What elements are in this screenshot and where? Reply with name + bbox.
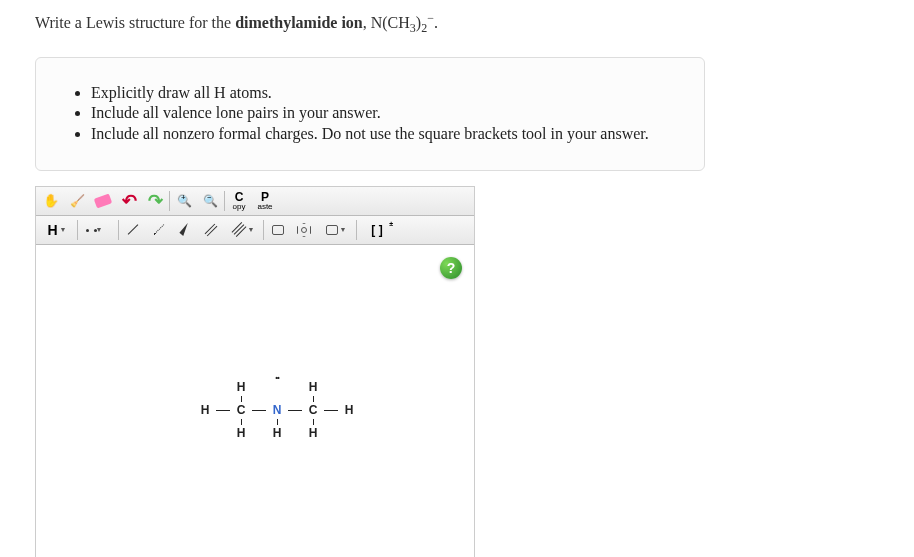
chevron-down-icon: ▼: [340, 226, 347, 234]
copy-tool[interactable]: Copy: [226, 189, 252, 213]
zoom-out-icon: [203, 193, 218, 209]
atom-h: H: [232, 427, 250, 440]
dashed-bond-tool[interactable]: [146, 218, 172, 242]
ring-icon: [272, 225, 284, 235]
undo-icon: [122, 190, 137, 212]
atom-h: H: [268, 427, 286, 440]
chevron-down-icon: ▼: [248, 226, 255, 234]
help-icon: ?: [447, 260, 456, 276]
bond-vertical: [268, 417, 286, 427]
instruction-item: Include all nonzero formal charges. Do n…: [91, 124, 674, 145]
molecule-editor: Copy Paste H▼ ▼ ▼ ▼ [ ]± ?: [35, 186, 475, 557]
redo-tool[interactable]: [142, 189, 168, 213]
benzene-icon: [297, 223, 311, 237]
single-bond-tool[interactable]: [120, 218, 146, 242]
single-bond-icon: [128, 225, 139, 236]
bond-horizontal: [214, 404, 232, 417]
q-bold: dimethylamide ion: [235, 14, 363, 31]
erase-tool[interactable]: [90, 189, 116, 213]
bond-vertical: [232, 394, 250, 404]
triple-bond-icon: [231, 222, 246, 237]
hand-icon: [43, 193, 59, 209]
atom-c: C: [304, 404, 322, 417]
undo-tool[interactable]: [116, 189, 142, 213]
lone-pair-tool[interactable]: ▼: [79, 218, 117, 242]
hex-icon: [326, 225, 338, 235]
bond-horizontal: [286, 404, 304, 417]
wedge-icon: [179, 223, 191, 236]
instruction-item: Explicitly draw all H atoms.: [91, 83, 674, 104]
hand-tool[interactable]: [38, 189, 64, 213]
triple-bond-tool[interactable]: ▼: [224, 218, 262, 242]
drawn-molecule[interactable]: •• H H: [196, 375, 358, 440]
ring-tool-benzene[interactable]: [291, 218, 317, 242]
bond-vertical: [304, 417, 322, 427]
atom-h: H: [304, 381, 322, 394]
double-bond-tool[interactable]: [198, 218, 224, 242]
atom-h: H: [340, 404, 358, 417]
paste-tool[interactable]: Paste: [252, 189, 278, 213]
clear-icon: [70, 193, 85, 209]
toolbar-row-1: Copy Paste: [36, 187, 474, 216]
bond-vertical: [232, 417, 250, 427]
ring-tool-hex[interactable]: ▼: [317, 218, 355, 242]
atom-h: H: [232, 381, 250, 394]
drawing-canvas[interactable]: ? •• H H: [36, 245, 474, 557]
q-suffix: ,: [363, 14, 371, 31]
redo-icon: [148, 190, 163, 212]
bracket-charge-tool[interactable]: [ ]±: [358, 218, 396, 242]
wedge-bond-tool[interactable]: [172, 218, 198, 242]
instruction-item: Include all valence lone pairs in your a…: [91, 103, 674, 124]
zoom-in-tool[interactable]: [171, 189, 197, 213]
atom-h: H: [196, 404, 214, 417]
q-formula: N(CH3)2−: [371, 14, 434, 31]
q-prefix: Write a Lewis structure for the: [35, 14, 235, 31]
bond-horizontal: [322, 404, 340, 417]
chevron-down-icon: ▼: [96, 226, 103, 234]
element-selector[interactable]: H▼: [38, 218, 76, 242]
double-bond-icon: [205, 224, 218, 237]
ring-tool-1[interactable]: [265, 218, 291, 242]
question-text: Write a Lewis structure for the dimethyl…: [35, 8, 879, 37]
zoom-in-icon: [177, 193, 192, 209]
chevron-down-icon: ▼: [60, 226, 67, 233]
atom-h: H: [304, 427, 322, 440]
zoom-out-tool[interactable]: [197, 189, 223, 213]
dashed-bond-icon: [154, 225, 165, 236]
instructions-panel: Explicitly draw all H atoms. Include all…: [35, 57, 705, 171]
bond-vertical: [304, 394, 322, 404]
instructions-list: Explicitly draw all H atoms. Include all…: [66, 83, 674, 145]
erase-icon: [94, 193, 112, 208]
clear-tool[interactable]: [64, 189, 90, 213]
bond-horizontal: [250, 404, 268, 417]
help-button[interactable]: ?: [440, 257, 462, 279]
atom-n: N: [268, 404, 286, 417]
toolbar-row-2: H▼ ▼ ▼ ▼ [ ]±: [36, 216, 474, 245]
atom-c: C: [232, 404, 250, 417]
